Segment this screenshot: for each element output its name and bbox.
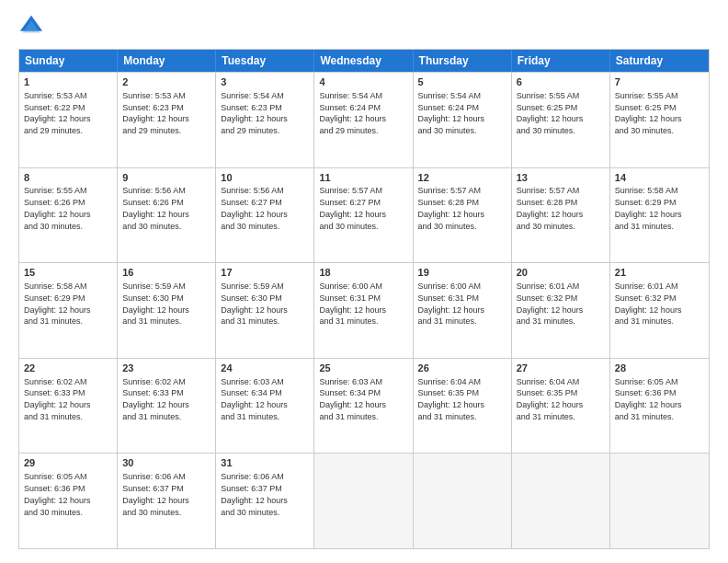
day-number: 30: [122, 456, 210, 470]
weekday-header-sunday: Sunday: [19, 50, 118, 72]
calendar-day-18: 18Sunrise: 6:00 AMSunset: 6:31 PMDayligh…: [314, 263, 413, 358]
day-info: Sunrise: 5:59 AMSunset: 6:30 PMDaylight:…: [122, 282, 189, 326]
calendar-day-31: 31Sunrise: 6:06 AMSunset: 6:37 PMDayligh…: [216, 454, 314, 548]
day-info: Sunrise: 5:56 AMSunset: 6:26 PMDaylight:…: [122, 186, 189, 230]
day-number: 12: [418, 171, 506, 185]
weekday-header-tuesday: Tuesday: [216, 50, 314, 72]
calendar-day-24: 24Sunrise: 6:03 AMSunset: 6:34 PMDayligh…: [216, 359, 314, 454]
day-number: 18: [319, 266, 407, 280]
calendar-day-5: 5Sunrise: 5:54 AMSunset: 6:24 PMDaylight…: [414, 73, 512, 167]
day-info: Sunrise: 6:00 AMSunset: 6:31 PMDaylight:…: [418, 282, 485, 326]
day-number: 1: [24, 75, 112, 89]
logo-icon: [18, 14, 44, 40]
calendar-day-7: 7Sunrise: 5:55 AMSunset: 6:25 PMDaylight…: [610, 73, 709, 167]
calendar-day-1: 1Sunrise: 5:53 AMSunset: 6:22 PMDaylight…: [19, 73, 118, 167]
day-info: Sunrise: 5:58 AMSunset: 6:29 PMDaylight:…: [615, 186, 682, 230]
day-number: 3: [221, 75, 309, 89]
day-number: 2: [122, 75, 210, 89]
day-info: Sunrise: 6:05 AMSunset: 6:36 PMDaylight:…: [24, 472, 91, 516]
calendar-day-20: 20Sunrise: 6:01 AMSunset: 6:32 PMDayligh…: [512, 263, 610, 358]
calendar-body: 1Sunrise: 5:53 AMSunset: 6:22 PMDaylight…: [19, 72, 709, 548]
calendar-day-12: 12Sunrise: 5:57 AMSunset: 6:28 PMDayligh…: [414, 168, 512, 263]
calendar-day-23: 23Sunrise: 6:02 AMSunset: 6:33 PMDayligh…: [118, 359, 216, 454]
calendar-day-9: 9Sunrise: 5:56 AMSunset: 6:26 PMDaylight…: [118, 168, 216, 263]
day-info: Sunrise: 5:56 AMSunset: 6:27 PMDaylight:…: [221, 186, 288, 230]
day-info: Sunrise: 6:01 AMSunset: 6:32 PMDaylight:…: [517, 282, 584, 326]
day-number: 13: [517, 171, 605, 185]
day-info: Sunrise: 5:57 AMSunset: 6:28 PMDaylight:…: [517, 186, 584, 230]
day-number: 6: [517, 75, 605, 89]
calendar-day-6: 6Sunrise: 5:55 AMSunset: 6:25 PMDaylight…: [512, 73, 610, 167]
calendar-day-empty: [414, 454, 512, 548]
calendar-day-14: 14Sunrise: 5:58 AMSunset: 6:29 PMDayligh…: [610, 168, 709, 263]
calendar-day-27: 27Sunrise: 6:04 AMSunset: 6:35 PMDayligh…: [512, 359, 610, 454]
weekday-header-thursday: Thursday: [414, 50, 512, 72]
calendar-row-1: 1Sunrise: 5:53 AMSunset: 6:22 PMDaylight…: [19, 72, 709, 167]
day-number: 16: [122, 266, 210, 280]
calendar-day-28: 28Sunrise: 6:05 AMSunset: 6:36 PMDayligh…: [610, 359, 709, 454]
day-info: Sunrise: 5:54 AMSunset: 6:24 PMDaylight:…: [319, 91, 386, 135]
day-info: Sunrise: 5:53 AMSunset: 6:22 PMDaylight:…: [24, 91, 91, 135]
weekday-header-friday: Friday: [512, 50, 610, 72]
calendar-day-30: 30Sunrise: 6:06 AMSunset: 6:37 PMDayligh…: [118, 454, 216, 548]
day-info: Sunrise: 5:57 AMSunset: 6:28 PMDaylight:…: [418, 186, 485, 230]
day-info: Sunrise: 6:06 AMSunset: 6:37 PMDaylight:…: [221, 472, 288, 516]
calendar-day-15: 15Sunrise: 5:58 AMSunset: 6:29 PMDayligh…: [19, 263, 118, 358]
header: [18, 14, 710, 40]
calendar-day-4: 4Sunrise: 5:54 AMSunset: 6:24 PMDaylight…: [314, 73, 413, 167]
day-info: Sunrise: 6:00 AMSunset: 6:31 PMDaylight:…: [319, 282, 386, 326]
day-info: Sunrise: 6:06 AMSunset: 6:37 PMDaylight:…: [122, 472, 189, 516]
day-number: 8: [24, 171, 112, 185]
calendar-row-2: 8Sunrise: 5:55 AMSunset: 6:26 PMDaylight…: [19, 167, 709, 263]
day-info: Sunrise: 6:04 AMSunset: 6:35 PMDaylight:…: [517, 377, 584, 421]
calendar-day-11: 11Sunrise: 5:57 AMSunset: 6:27 PMDayligh…: [314, 168, 413, 263]
day-number: 23: [122, 362, 210, 375]
day-info: Sunrise: 6:03 AMSunset: 6:34 PMDaylight:…: [319, 377, 386, 421]
day-number: 20: [517, 266, 605, 280]
weekday-header-wednesday: Wednesday: [314, 50, 413, 72]
calendar-day-26: 26Sunrise: 6:04 AMSunset: 6:35 PMDayligh…: [414, 359, 512, 454]
day-info: Sunrise: 5:53 AMSunset: 6:23 PMDaylight:…: [122, 91, 189, 135]
weekday-header-monday: Monday: [118, 50, 216, 72]
day-info: Sunrise: 6:04 AMSunset: 6:35 PMDaylight:…: [418, 377, 485, 421]
day-number: 17: [221, 266, 309, 280]
calendar-day-10: 10Sunrise: 5:56 AMSunset: 6:27 PMDayligh…: [216, 168, 314, 263]
calendar-day-21: 21Sunrise: 6:01 AMSunset: 6:32 PMDayligh…: [610, 263, 709, 358]
calendar-day-13: 13Sunrise: 5:57 AMSunset: 6:28 PMDayligh…: [512, 168, 610, 263]
day-number: 14: [615, 171, 704, 185]
calendar-day-3: 3Sunrise: 5:54 AMSunset: 6:23 PMDaylight…: [216, 73, 314, 167]
calendar-row-5: 29Sunrise: 6:05 AMSunset: 6:36 PMDayligh…: [19, 453, 709, 548]
day-info: Sunrise: 5:55 AMSunset: 6:25 PMDaylight:…: [517, 91, 584, 135]
day-number: 15: [24, 266, 112, 280]
day-number: 26: [418, 362, 506, 375]
page: SundayMondayTuesdayWednesdayThursdayFrid…: [0, 0, 728, 563]
day-info: Sunrise: 5:58 AMSunset: 6:29 PMDaylight:…: [24, 282, 91, 326]
day-info: Sunrise: 5:59 AMSunset: 6:30 PMDaylight:…: [221, 282, 288, 326]
day-number: 31: [221, 456, 309, 470]
calendar-day-17: 17Sunrise: 5:59 AMSunset: 6:30 PMDayligh…: [216, 263, 314, 358]
calendar: SundayMondayTuesdayWednesdayThursdayFrid…: [18, 49, 710, 549]
calendar-day-25: 25Sunrise: 6:03 AMSunset: 6:34 PMDayligh…: [314, 359, 413, 454]
calendar-day-empty: [610, 454, 709, 548]
day-info: Sunrise: 5:55 AMSunset: 6:26 PMDaylight:…: [24, 186, 91, 230]
day-info: Sunrise: 6:05 AMSunset: 6:36 PMDaylight:…: [615, 377, 682, 421]
calendar-row-4: 22Sunrise: 6:02 AMSunset: 6:33 PMDayligh…: [19, 358, 709, 454]
day-info: Sunrise: 5:55 AMSunset: 6:25 PMDaylight:…: [615, 91, 682, 135]
day-number: 19: [418, 266, 506, 280]
calendar-row-3: 15Sunrise: 5:58 AMSunset: 6:29 PMDayligh…: [19, 262, 709, 358]
day-number: 22: [24, 362, 112, 375]
calendar-day-16: 16Sunrise: 5:59 AMSunset: 6:30 PMDayligh…: [118, 263, 216, 358]
calendar-day-empty: [314, 454, 413, 548]
day-number: 11: [319, 171, 407, 185]
day-info: Sunrise: 6:03 AMSunset: 6:34 PMDaylight:…: [221, 377, 288, 421]
calendar-day-empty: [512, 454, 610, 548]
day-number: 4: [319, 75, 407, 89]
day-number: 5: [418, 75, 506, 89]
day-number: 10: [221, 171, 309, 185]
weekday-header-saturday: Saturday: [610, 50, 709, 72]
calendar-day-29: 29Sunrise: 6:05 AMSunset: 6:36 PMDayligh…: [19, 454, 118, 548]
day-number: 7: [615, 75, 704, 89]
calendar-day-2: 2Sunrise: 5:53 AMSunset: 6:23 PMDaylight…: [118, 73, 216, 167]
day-info: Sunrise: 6:02 AMSunset: 6:33 PMDaylight:…: [122, 377, 189, 421]
calendar-day-22: 22Sunrise: 6:02 AMSunset: 6:33 PMDayligh…: [19, 359, 118, 454]
